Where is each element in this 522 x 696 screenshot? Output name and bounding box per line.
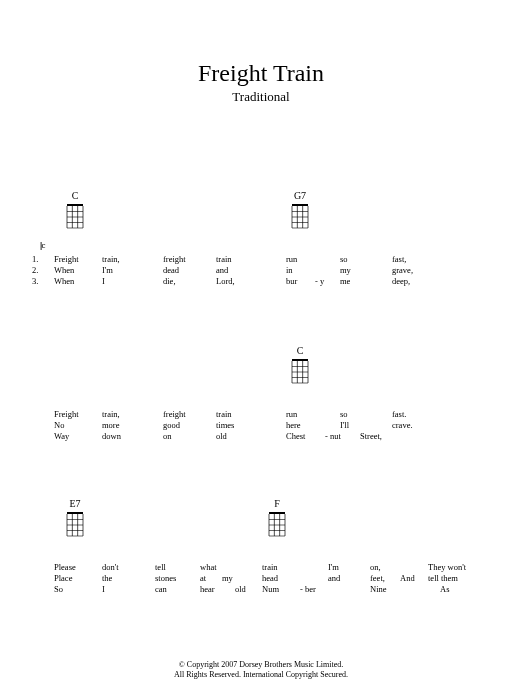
syllable: I'll bbox=[340, 420, 349, 431]
syllable: good bbox=[163, 420, 180, 431]
lyric-line-1: Please don't tell what train I'm on, The… bbox=[40, 562, 482, 573]
syllable: hear bbox=[200, 584, 215, 595]
syllable: old bbox=[216, 431, 227, 442]
syllable: I'm bbox=[102, 265, 113, 276]
syllable: at bbox=[200, 573, 206, 584]
syllable: run bbox=[286, 409, 297, 420]
syllable: feet, bbox=[370, 573, 385, 584]
syllable: Chest bbox=[286, 431, 305, 442]
syllable: train, bbox=[102, 254, 120, 265]
lyric-line-2: No more good times here I'll crave. bbox=[40, 420, 482, 431]
syllable: - ber bbox=[300, 584, 316, 595]
chord-diagram-icon bbox=[64, 202, 86, 230]
chord-label: G7 bbox=[285, 190, 315, 201]
system-2: C Freight train, freight train run so fa… bbox=[40, 345, 482, 442]
syllable: don't bbox=[102, 562, 119, 573]
syllable: can bbox=[155, 584, 167, 595]
syllable: No bbox=[54, 420, 64, 431]
chord-label: C bbox=[60, 190, 90, 201]
syllable: They won't bbox=[428, 562, 466, 573]
song-title: Freight Train bbox=[0, 60, 522, 87]
copyright-footer: © Copyright 2007 Dorsey Brothers Music L… bbox=[0, 660, 522, 680]
syllable: times bbox=[216, 420, 234, 431]
syllable: so bbox=[340, 254, 348, 265]
syllable: fast. bbox=[392, 409, 406, 420]
chord-label: C bbox=[285, 345, 315, 356]
syllable: down bbox=[102, 431, 121, 442]
syllable: deep, bbox=[392, 276, 410, 287]
song-subtitle: Traditional bbox=[0, 89, 522, 105]
lyric-line-1: 1. Freight train, freight train run so f… bbox=[40, 254, 482, 265]
syllable: freight bbox=[163, 254, 186, 265]
syllable: Freight bbox=[54, 254, 79, 265]
syllable: I'm bbox=[328, 562, 339, 573]
syllable: old bbox=[235, 584, 246, 595]
syllable: Place bbox=[54, 573, 72, 584]
syllable: - nut bbox=[325, 431, 341, 442]
staff-row bbox=[40, 395, 482, 407]
chord-c: C bbox=[60, 190, 90, 234]
lyric-line-2: 2. When I'm dead and in my grave, bbox=[40, 265, 482, 276]
syllable: Lord, bbox=[216, 276, 235, 287]
syllable: my bbox=[222, 573, 233, 584]
syllable: tell them bbox=[428, 573, 458, 584]
chord-row: E7 F bbox=[40, 498, 482, 548]
chord-diagram-icon bbox=[64, 510, 86, 538]
syllable: head bbox=[262, 573, 278, 584]
syllable: - y bbox=[315, 276, 324, 287]
syllable: Freight bbox=[54, 409, 79, 420]
syllable: more bbox=[102, 420, 119, 431]
syllable: And bbox=[400, 573, 415, 584]
syllable: and bbox=[216, 265, 228, 276]
syllable: grave, bbox=[392, 265, 413, 276]
syllable: and bbox=[328, 573, 340, 584]
chord-row: C bbox=[40, 345, 482, 395]
chord-label: F bbox=[262, 498, 292, 509]
syllable: dead bbox=[163, 265, 179, 276]
syllable: Street, bbox=[360, 431, 382, 442]
lyrics-block: Please don't tell what train I'm on, The… bbox=[40, 562, 482, 595]
chord-e7: E7 bbox=[60, 498, 90, 542]
chord-c: C bbox=[285, 345, 315, 389]
copyright-line-1: © Copyright 2007 Dorsey Brothers Music L… bbox=[0, 660, 522, 670]
syllable: train bbox=[216, 254, 232, 265]
syllable: fast, bbox=[392, 254, 406, 265]
syllable: Way bbox=[54, 431, 69, 442]
syllable: crave. bbox=[392, 420, 413, 431]
syllable: my bbox=[340, 265, 351, 276]
system-3: E7 F Please don't tell what train I'm on… bbox=[40, 498, 482, 595]
lyric-line-2: Place the stones at my head and feet, An… bbox=[40, 573, 482, 584]
verse-number: 2. bbox=[32, 265, 38, 276]
syllable: Please bbox=[54, 562, 76, 573]
syllable: what bbox=[200, 562, 217, 573]
syllable: on bbox=[163, 431, 172, 442]
syllable: train bbox=[216, 409, 232, 420]
chord-row: C G7 bbox=[40, 190, 482, 240]
syllable: me bbox=[340, 276, 350, 287]
copyright-line-2: All Rights Reserved. International Copyr… bbox=[0, 670, 522, 680]
syllable: I bbox=[102, 584, 105, 595]
syllable: stones bbox=[155, 573, 176, 584]
syllable: So bbox=[54, 584, 63, 595]
staff-row: ||c bbox=[40, 240, 482, 252]
verse-number: 1. bbox=[32, 254, 38, 265]
syllable: When bbox=[54, 265, 74, 276]
syllable: Num bbox=[262, 584, 279, 595]
system-1: C G7 ||c 1. Freight train, freight train… bbox=[40, 190, 482, 287]
lyric-line-3: 3. When I die, Lord, bur - y me deep, bbox=[40, 276, 482, 287]
staff-row bbox=[40, 548, 482, 560]
syllable: tell bbox=[155, 562, 166, 573]
syllable: As bbox=[440, 584, 449, 595]
chord-diagram-icon bbox=[266, 510, 288, 538]
chord-diagram-icon bbox=[289, 202, 311, 230]
syllable: train bbox=[262, 562, 278, 573]
syllable: freight bbox=[163, 409, 186, 420]
lyric-line-3: Way down on old Chest - nut Street, bbox=[40, 431, 482, 442]
syllable: here bbox=[286, 420, 301, 431]
chord-g7: G7 bbox=[285, 190, 315, 234]
syllable: on, bbox=[370, 562, 381, 573]
syllable: in bbox=[286, 265, 293, 276]
syllable: I bbox=[102, 276, 105, 287]
syllable: Nine bbox=[370, 584, 387, 595]
chord-diagram-icon bbox=[289, 357, 311, 385]
